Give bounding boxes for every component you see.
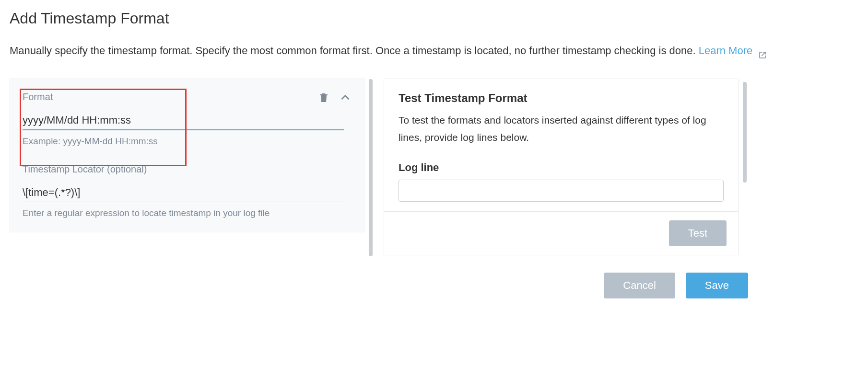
left-scrollbar[interactable] [369,79,373,256]
format-label: Format [23,92,352,103]
dialog-footer: Cancel Save [10,273,748,298]
page-title: Add Timestamp Format [10,10,858,27]
format-section: Format Example: yyyy-MM-dd HH:mm:ss [23,92,352,147]
test-panel: Test Timestamp Format To test the format… [384,79,739,255]
format-editor-panel: Format Example: yyyy-MM-dd HH:mm:ss Time… [10,79,364,232]
cancel-button[interactable]: Cancel [604,273,675,298]
learn-more-link[interactable]: Learn More [699,45,767,57]
description-text: Manually specify the timestamp format. S… [10,45,699,57]
format-hint: Example: yyyy-MM-dd HH:mm:ss [23,136,352,147]
locator-section: Timestamp Locator (optional) Enter a reg… [23,164,352,218]
right-scrollbar[interactable] [743,82,747,183]
logline-label: Log line [399,161,724,174]
format-toolbar [318,92,352,104]
external-link-icon [758,47,767,56]
delete-icon[interactable] [318,92,329,103]
locator-hint: Enter a regular expression to locate tim… [23,208,352,218]
test-button[interactable]: Test [669,220,727,246]
logline-input[interactable] [399,180,724,202]
learn-more-text: Learn More [699,45,753,57]
locator-input[interactable] [23,183,344,202]
test-footer: Test [384,211,738,255]
page-description: Manually specify the timestamp format. S… [10,42,858,59]
test-title: Test Timestamp Format [399,92,724,105]
collapse-icon[interactable] [339,92,352,104]
test-description: To test the formats and locators inserte… [399,112,724,146]
panels-row: Format Example: yyyy-MM-dd HH:mm:ss Time… [10,79,858,255]
save-button[interactable]: Save [686,273,748,298]
locator-label: Timestamp Locator (optional) [23,164,352,175]
format-input[interactable] [23,111,344,130]
